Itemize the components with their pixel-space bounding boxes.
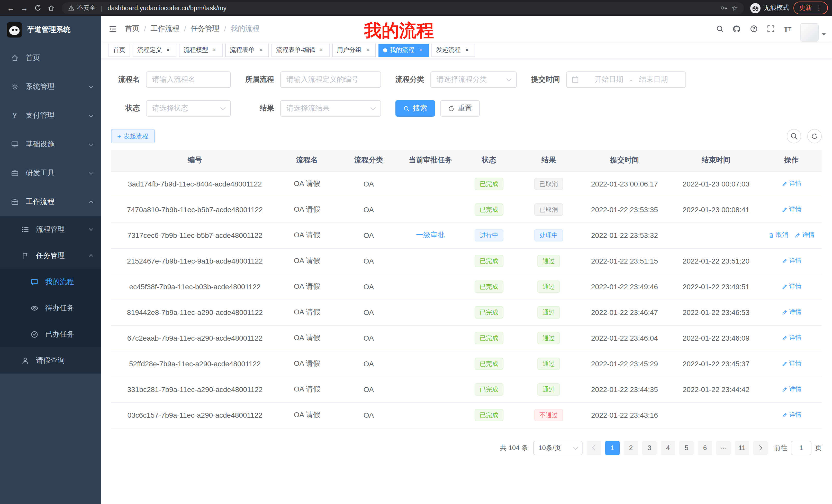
result-label: 结果 bbox=[245, 104, 274, 113]
total-count: 共 104 条 bbox=[500, 443, 528, 452]
github-icon[interactable] bbox=[728, 16, 745, 41]
key-icon[interactable] bbox=[720, 4, 728, 12]
sidebar-item-devtools[interactable]: 研发工具 bbox=[0, 159, 101, 188]
address-bar[interactable]: 不安全 | dashboard.yudao.iocoder.cn/bpm/tas… bbox=[62, 2, 744, 14]
page-button-5[interactable]: 5 bbox=[679, 441, 694, 455]
user-menu[interactable] bbox=[800, 16, 826, 41]
process-name-input[interactable]: 请输入流程名 bbox=[146, 72, 231, 88]
cell-task bbox=[402, 197, 459, 222]
sidebar-item-payment[interactable]: ¥支付管理 bbox=[0, 101, 101, 130]
close-icon[interactable]: × bbox=[318, 47, 325, 54]
filter-row-1: 流程名 请输入流程名 所属流程 请输入流程定义的编号 流程分类 请选择流程分类 … bbox=[111, 72, 822, 88]
edit-icon bbox=[781, 258, 787, 264]
tab-my-process[interactable]: 我的流程× bbox=[379, 44, 429, 57]
breadcrumb-item[interactable]: 首页 bbox=[125, 24, 139, 33]
help-icon[interactable] bbox=[745, 16, 762, 41]
menu-dots-icon[interactable]: ⋮ bbox=[815, 5, 822, 11]
tab-start-process[interactable]: 发起流程× bbox=[432, 44, 475, 57]
app-logo[interactable]: 芋道管理系统 bbox=[0, 16, 101, 44]
bookmark-star-icon[interactable]: ☆ bbox=[731, 4, 738, 12]
detail-link[interactable]: 详情 bbox=[795, 231, 814, 240]
breadcrumb-item[interactable]: 工作流程 bbox=[151, 24, 179, 33]
page-button-4[interactable]: 4 bbox=[661, 441, 675, 455]
column-header: 结束时间 bbox=[671, 150, 761, 171]
next-page-button[interactable] bbox=[753, 441, 768, 455]
sidebar-item-infrastructure[interactable]: 基础设施 bbox=[0, 130, 101, 159]
sidebar-toggle-button[interactable] bbox=[101, 16, 125, 41]
detail-link[interactable]: 详情 bbox=[781, 257, 801, 265]
sidebar-item-done-task[interactable]: 已办任务 bbox=[0, 321, 101, 347]
sidebar-item-todo-task[interactable]: 待办任务 bbox=[0, 295, 101, 321]
reset-button[interactable]: 重置 bbox=[440, 100, 480, 117]
close-icon[interactable]: × bbox=[364, 47, 371, 54]
tab-process-model[interactable]: 流程模型× bbox=[179, 44, 223, 57]
back-button[interactable]: ← bbox=[4, 1, 18, 15]
page-button-1[interactable]: 1 bbox=[605, 441, 620, 455]
tab-home[interactable]: 首页 bbox=[108, 44, 130, 57]
submit-time-label: 提交时间 bbox=[531, 75, 560, 84]
cell-end-time: 2022-01-22 23:49:51 bbox=[671, 274, 761, 300]
page-button-6[interactable]: 6 bbox=[698, 441, 712, 455]
home-button[interactable] bbox=[44, 1, 58, 15]
forward-button[interactable]: → bbox=[18, 1, 31, 15]
result-select[interactable]: 请选择流结果 bbox=[280, 100, 381, 117]
search-icon[interactable] bbox=[711, 16, 728, 41]
sidebar-item-home[interactable]: 首页 bbox=[0, 44, 101, 73]
tab-process-form-edit[interactable]: 流程表单-编辑× bbox=[271, 44, 330, 57]
detail-link[interactable]: 详情 bbox=[781, 411, 801, 419]
date-range-input[interactable]: 开始日期 - 结束日期 bbox=[566, 72, 686, 88]
task-link[interactable]: 一级审批 bbox=[416, 231, 445, 239]
detail-link[interactable]: 详情 bbox=[781, 334, 801, 342]
toggle-search-button[interactable] bbox=[787, 129, 801, 143]
sidebar-item-process-mgmt[interactable]: 流程管理 bbox=[0, 216, 101, 243]
detail-link[interactable]: 详情 bbox=[781, 308, 801, 317]
refresh-table-button[interactable] bbox=[807, 129, 822, 143]
search-icon bbox=[403, 105, 410, 112]
detail-link[interactable]: 详情 bbox=[781, 359, 801, 368]
sidebar-item-task-mgmt[interactable]: 任务管理 bbox=[0, 243, 101, 269]
cell-id: 67c2eaab-7b9a-11ec-a290-acde48001122 bbox=[111, 325, 279, 351]
close-icon[interactable]: × bbox=[257, 47, 264, 54]
process-definition-input[interactable]: 请输入流程定义的编号 bbox=[280, 72, 381, 88]
breadcrumb-separator: / bbox=[184, 25, 186, 33]
security-status[interactable]: 不安全 bbox=[68, 4, 96, 12]
cell-category: OA bbox=[335, 274, 402, 300]
chrome-update-button[interactable]: 更新 ⋮ bbox=[794, 2, 828, 15]
status-select[interactable]: 请选择状态 bbox=[146, 100, 231, 117]
app-title: 芋道管理系统 bbox=[27, 25, 71, 34]
breadcrumb-item[interactable]: 任务管理 bbox=[191, 24, 219, 33]
cell-name: OA 请假 bbox=[279, 376, 335, 402]
page-button-3[interactable]: 3 bbox=[642, 441, 657, 455]
font-size-icon[interactable]: TT bbox=[779, 16, 796, 41]
pagination-ellipsis[interactable]: ··· bbox=[716, 441, 731, 455]
detail-link[interactable]: 详情 bbox=[781, 179, 801, 188]
sidebar-item-my-process[interactable]: 我的流程 bbox=[0, 269, 101, 295]
status-badge: 已完成 bbox=[475, 178, 503, 190]
close-icon[interactable]: × bbox=[417, 47, 424, 54]
create-process-button[interactable]: + 发起流程 bbox=[111, 129, 155, 143]
sidebar-item-leave-query[interactable]: 请假查询 bbox=[0, 347, 101, 373]
cancel-link[interactable]: 取消 bbox=[768, 231, 788, 240]
page-button-2[interactable]: 2 bbox=[624, 441, 638, 455]
detail-link[interactable]: 详情 bbox=[781, 385, 801, 394]
detail-link[interactable]: 详情 bbox=[781, 205, 801, 214]
page-size-select[interactable]: 10条/页 bbox=[533, 441, 582, 455]
fullscreen-icon[interactable] bbox=[762, 16, 779, 41]
sidebar-item-workflow[interactable]: 工作流程 bbox=[0, 188, 101, 216]
prev-page-button[interactable] bbox=[587, 441, 601, 455]
reload-button[interactable] bbox=[31, 1, 44, 15]
close-icon[interactable]: × bbox=[463, 47, 470, 54]
cell-end-time bbox=[671, 402, 761, 428]
tab-process-definition[interactable]: 流程定义× bbox=[133, 44, 176, 57]
cell-actions: 详情 bbox=[761, 171, 822, 197]
detail-link[interactable]: 详情 bbox=[781, 282, 801, 291]
search-button[interactable]: 搜索 bbox=[395, 100, 435, 117]
close-icon[interactable]: × bbox=[211, 47, 218, 54]
category-select[interactable]: 请选择流程分类 bbox=[431, 72, 517, 88]
close-icon[interactable]: × bbox=[164, 47, 172, 54]
tab-process-form[interactable]: 流程表单× bbox=[225, 44, 269, 57]
page-button-11[interactable]: 11 bbox=[735, 441, 749, 455]
goto-page-input[interactable]: 1 bbox=[791, 441, 811, 455]
sidebar-item-system[interactable]: 系统管理 bbox=[0, 73, 101, 101]
tab-user-group[interactable]: 用户分组× bbox=[332, 44, 376, 57]
